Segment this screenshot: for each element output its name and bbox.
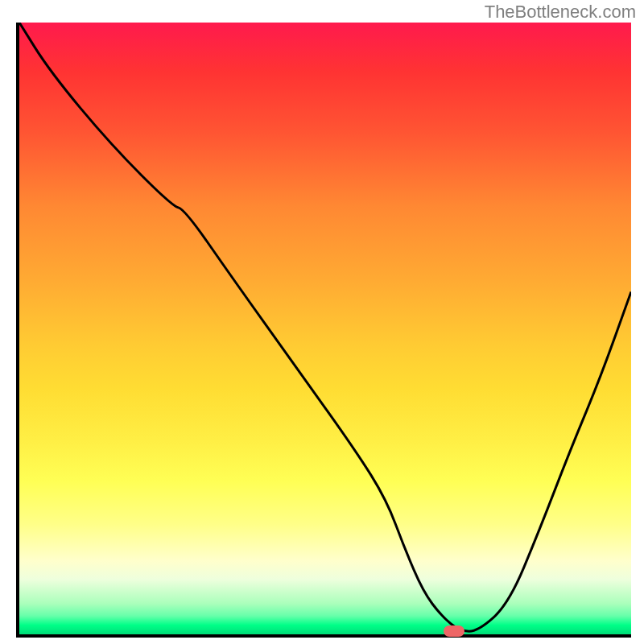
gradient-background	[19, 23, 631, 634]
optimal-marker	[444, 625, 464, 637]
chart-container: TheBottleneck.com	[0, 0, 644, 644]
plot-area	[16, 23, 631, 638]
watermark-text: TheBottleneck.com	[485, 2, 636, 23]
